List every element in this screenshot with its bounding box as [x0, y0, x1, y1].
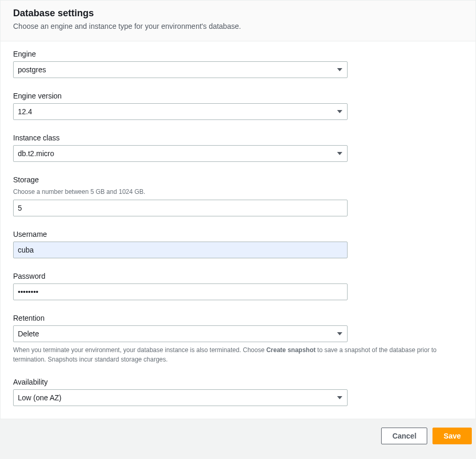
engine-version-select[interactable]: 12.4: [13, 103, 348, 120]
engine-label: Engine: [13, 50, 463, 58]
engine-version-label: Engine version: [13, 92, 463, 100]
retention-help: When you terminate your environment, you…: [13, 345, 463, 364]
retention-label: Retention: [13, 314, 463, 322]
availability-select-wrap: Low (one AZ): [13, 389, 348, 406]
field-password: Password: [13, 272, 463, 300]
username-input[interactable]: [13, 242, 348, 258]
cancel-button[interactable]: Cancel: [381, 428, 427, 444]
panel-header: Database settings Choose an engine and i…: [1, 1, 475, 41]
engine-select-wrap: postgres: [13, 61, 348, 78]
availability-label: Availability: [13, 378, 463, 386]
field-instance-class: Instance class db.t2.micro: [13, 134, 463, 162]
storage-label: Storage: [13, 176, 463, 184]
field-retention: Retention Delete When you terminate your…: [13, 314, 463, 364]
panel-body: Engine postgres Engine version 12.4: [1, 41, 475, 419]
retention-help-bold: Create snapshot: [266, 346, 316, 354]
form-footer: Cancel Save: [0, 419, 476, 453]
instance-class-select-wrap: db.t2.micro: [13, 145, 348, 162]
engine-select[interactable]: postgres: [13, 61, 348, 78]
instance-class-label: Instance class: [13, 134, 463, 142]
engine-version-select-wrap: 12.4: [13, 103, 348, 120]
panel-title: Database settings: [13, 8, 463, 19]
password-input[interactable]: [13, 283, 348, 300]
availability-select[interactable]: Low (one AZ): [13, 389, 348, 406]
storage-help: Choose a number between 5 GB and 1024 GB…: [13, 187, 463, 196]
field-availability: Availability Low (one AZ): [13, 378, 463, 406]
username-label: Username: [13, 230, 463, 238]
password-label: Password: [13, 272, 463, 280]
retention-help-prefix: When you terminate your environment, you…: [13, 346, 266, 354]
panel-subtitle: Choose an engine and instance type for y…: [13, 22, 463, 30]
instance-class-select[interactable]: db.t2.micro: [13, 145, 348, 162]
retention-select[interactable]: Delete: [13, 325, 348, 342]
field-engine-version: Engine version 12.4: [13, 92, 463, 120]
storage-input[interactable]: [13, 200, 348, 216]
save-button[interactable]: Save: [432, 428, 472, 444]
field-username: Username: [13, 230, 463, 258]
field-storage: Storage Choose a number between 5 GB and…: [13, 176, 463, 216]
database-settings-panel: Database settings Choose an engine and i…: [0, 0, 476, 419]
field-engine: Engine postgres: [13, 50, 463, 78]
retention-select-wrap: Delete: [13, 325, 348, 342]
